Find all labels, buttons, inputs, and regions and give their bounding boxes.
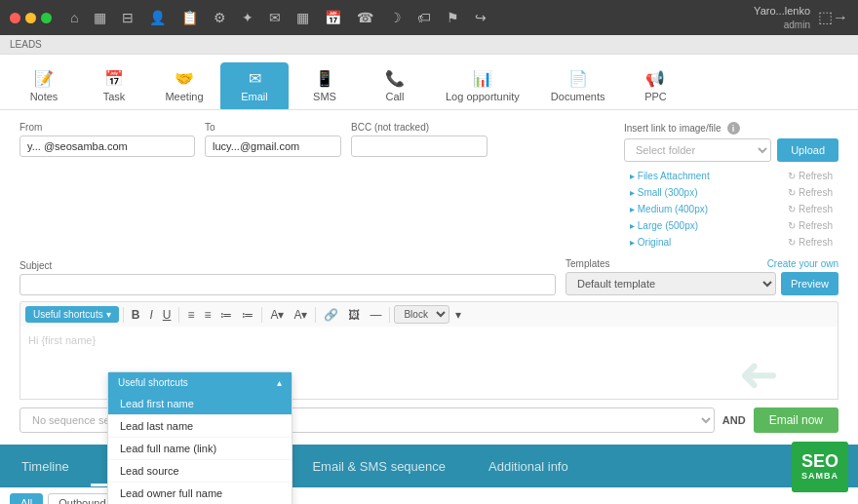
dropdown-item[interactable]: Lead full name (link) <box>108 438 292 460</box>
block-select[interactable]: Block <box>394 305 449 324</box>
bcc-input[interactable] <box>351 136 488 157</box>
document-icon[interactable]: 📋 <box>176 8 203 27</box>
align-center-button[interactable]: ≡ <box>200 306 214 324</box>
preview-button[interactable]: Preview <box>781 272 838 295</box>
phone-icon[interactable]: ☎ <box>352 8 378 27</box>
file-name[interactable]: ▸ Small (300px) <box>630 187 697 198</box>
divider <box>123 307 124 323</box>
underline-button[interactable]: U <box>159 306 176 324</box>
file-name[interactable]: ▸ Files Attachment <box>630 171 710 181</box>
grid-icon[interactable]: ▦ <box>292 8 314 27</box>
info-icon[interactable]: i <box>727 122 740 135</box>
traffic-lights <box>10 13 52 23</box>
image-button[interactable]: 🖼 <box>344 306 364 324</box>
refresh-icon[interactable]: ↻ Refresh <box>788 187 833 198</box>
chart-icon[interactable]: ▦ <box>89 8 111 27</box>
list-button[interactable]: ≔ <box>216 306 236 324</box>
divider <box>315 307 316 323</box>
tab-call[interactable]: 📞 Call <box>361 62 429 109</box>
italic-button[interactable]: I <box>145 306 156 324</box>
share-icon[interactable]: ↪ <box>470 8 491 27</box>
users-icon[interactable]: 👤 <box>144 8 171 27</box>
font-color-button[interactable]: A▾ <box>266 306 288 324</box>
subtab-outbound[interactable]: Outbound <box>48 493 116 504</box>
flag-icon[interactable]: ⚑ <box>442 8 464 27</box>
tab-email-label: Email <box>241 91 268 102</box>
email-icon[interactable]: ✉ <box>264 8 286 27</box>
task-icon: 📅 <box>104 69 124 88</box>
dropdown-item[interactable]: Lead source <box>108 460 292 483</box>
email-now-button[interactable]: Email now <box>754 407 838 433</box>
email-form: From To BCC (not tracked) Insert link to… <box>0 110 858 445</box>
filter-icon[interactable]: ⊟ <box>117 8 138 27</box>
subtab-all[interactable]: All <box>10 493 43 504</box>
seo-text: SEO <box>801 452 838 472</box>
highlight-button[interactable]: A▾ <box>290 306 311 324</box>
shortcuts-button[interactable]: Useful shortcuts ▾ <box>25 306 119 323</box>
tag-icon[interactable]: 🏷 <box>412 8 436 27</box>
notes-icon: 📝 <box>34 69 54 88</box>
list-item: ▸ Medium (400px) ↻ Refresh <box>624 201 838 217</box>
tab-meeting[interactable]: 🤝 Meeting <box>150 62 218 109</box>
tab-task[interactable]: 📅 Task <box>80 62 148 109</box>
moon-icon[interactable]: ☽ <box>384 8 407 27</box>
list-item: ▸ Small (300px) ↻ Refresh <box>624 184 838 201</box>
dropdown-item[interactable]: Lead owner full name <box>108 483 292 504</box>
tab-notes[interactable]: 📝 Notes <box>10 62 78 109</box>
home-icon[interactable]: ⌂ <box>65 8 83 27</box>
refresh-icon[interactable]: ↻ Refresh <box>788 220 833 231</box>
tab-sms[interactable]: 📱 SMS <box>291 62 359 109</box>
seo-samba-logo: SEO SAMBA <box>792 442 848 492</box>
link-button[interactable]: 🔗 <box>320 306 342 324</box>
folder-select[interactable]: Select folder <box>624 138 771 162</box>
user-name: Yaro...lenko <box>754 4 810 18</box>
user-role: admin <box>754 19 810 31</box>
tab-documents-label: Documents <box>551 91 605 102</box>
list-item: ▸ Original ↻ Refresh <box>624 234 838 251</box>
bold-button[interactable]: B <box>128 306 144 324</box>
from-input[interactable] <box>20 136 195 157</box>
file-name[interactable]: ▸ Original <box>630 237 671 248</box>
tab-email-sms[interactable]: Email & SMS sequence <box>291 447 467 485</box>
to-input[interactable] <box>205 136 341 157</box>
dropdown-item[interactable]: Lead last name <box>108 415 292 438</box>
file-name[interactable]: ▸ Medium (400px) <box>630 204 708 214</box>
breadcrumb: LEADS <box>0 35 858 55</box>
tab-documents[interactable]: 📄 Documents <box>536 62 620 109</box>
logout-icon[interactable]: ⬚→ <box>818 8 848 26</box>
chevron-up-icon: ▴ <box>277 377 282 388</box>
insert-link-section: Insert link to image/file i Select folde… <box>624 122 838 251</box>
email-tab-icon: ✉ <box>249 69 261 88</box>
refresh-icon[interactable]: ↻ Refresh <box>788 237 833 248</box>
refresh-icon[interactable]: ↻ Refresh <box>788 171 833 181</box>
tab-log[interactable]: 📊 Log opportunity <box>431 62 534 109</box>
from-field-group: From <box>20 122 195 157</box>
meeting-icon: 🤝 <box>175 69 194 88</box>
dropdown-item[interactable]: Lead first name <box>108 393 292 415</box>
list-item: ▸ Files Attachment ↻ Refresh <box>624 168 838 184</box>
block-dropdown-button[interactable]: ▾ <box>451 306 465 324</box>
tab-task-label: Task <box>103 91 126 102</box>
refresh-icon[interactable]: ↻ Refresh <box>788 204 833 214</box>
star-icon[interactable]: ✦ <box>237 8 258 27</box>
file-name[interactable]: ▸ Large (500px) <box>630 220 698 231</box>
minimize-button[interactable] <box>25 13 36 23</box>
tab-ppc[interactable]: 📢 PPC <box>621 62 689 109</box>
user-info: Yaro...lenko admin <box>754 4 810 30</box>
list-ordered-button[interactable]: ≔ <box>238 306 257 324</box>
close-button[interactable] <box>10 13 20 23</box>
tools-icon[interactable]: ⚙ <box>209 8 231 27</box>
tab-timeline[interactable]: Timeline <box>0 447 91 485</box>
calendar-icon[interactable]: 📅 <box>320 8 346 27</box>
subject-input[interactable] <box>20 274 556 295</box>
tab-notes-label: Notes <box>30 91 58 102</box>
create-own-link[interactable]: Create your own <box>767 258 838 269</box>
template-select[interactable]: Default template <box>566 272 776 295</box>
upload-button[interactable]: Upload <box>777 138 838 162</box>
tab-email[interactable]: ✉ Email <box>220 62 289 109</box>
maximize-button[interactable] <box>41 13 52 23</box>
tab-additional-info[interactable]: Additional info <box>467 447 590 485</box>
bcc-field-group: BCC (not tracked) <box>351 122 488 157</box>
hr-button[interactable]: — <box>366 306 385 324</box>
align-left-button[interactable]: ≡ <box>183 306 198 324</box>
